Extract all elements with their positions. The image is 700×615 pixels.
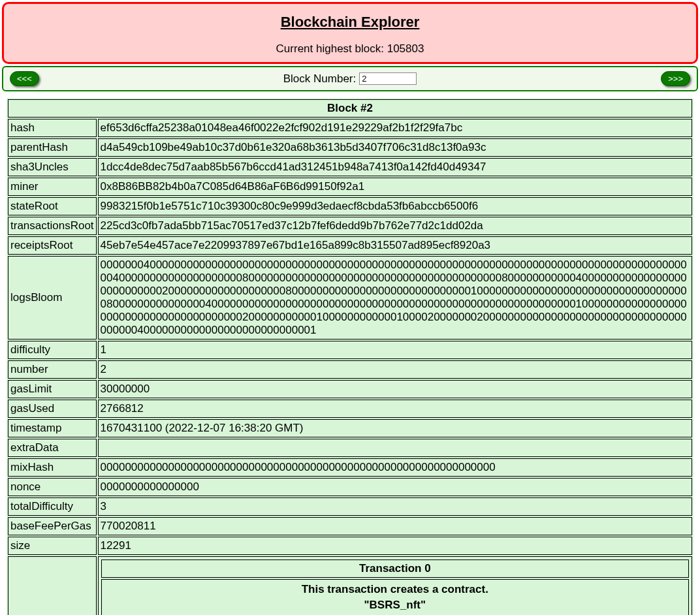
- field-key: gasLimit: [8, 380, 97, 398]
- table-row: difficulty1: [8, 341, 692, 359]
- block-number-label: Block Number:: [283, 72, 356, 86]
- table-row: sha3Uncles1dcc4de8dec75d7aab85b567b6ccd4…: [8, 158, 692, 176]
- transaction-table: Transaction 0This transaction creates a …: [100, 558, 690, 615]
- field-value: 30000000: [98, 380, 692, 398]
- contract-note: This transaction creates a contract."BSR…: [101, 579, 689, 615]
- field-value: 2766812: [98, 400, 692, 418]
- field-value: d4a549cb109be49ab10c37d0b61e320a68b3613b…: [98, 138, 692, 157]
- field-value: ef653d6cffa25238a01048ea46f0022e2fcf902d…: [98, 119, 692, 137]
- field-key: mixHash: [8, 458, 97, 477]
- table-row: nonce0000000000000000: [8, 478, 692, 496]
- table-row: stateRoot9983215f0b1e5751c710c39300c80c9…: [8, 197, 692, 215]
- field-key: gasUsed: [8, 400, 97, 418]
- field-value: 770020811: [98, 517, 692, 535]
- field-value: 45eb7e54e457ace7e2209937897e67bd1e165a89…: [98, 236, 692, 255]
- field-key: difficulty: [8, 341, 97, 359]
- table-row: totalDifficulty3: [8, 497, 692, 516]
- field-value: [98, 439, 692, 457]
- table-row: miner0x8B86BB82b4b0a7C085d64B86aF6B6d991…: [8, 178, 692, 196]
- prev-block-button[interactable]: <<<: [10, 71, 39, 86]
- highest-block-label: Current highest block: 105803: [10, 42, 690, 55]
- field-value: 0000000400000000000000000000000000000000…: [98, 256, 692, 339]
- field-key: totalDifficulty: [8, 497, 97, 516]
- table-row: Transaction 0This transaction creates a …: [8, 556, 692, 615]
- field-key: stateRoot: [8, 197, 97, 215]
- field-key: nonce: [8, 478, 97, 496]
- field-key: sha3Uncles: [8, 158, 97, 176]
- field-value: 9983215f0b1e5751c710c39300c80c9e999d3eda…: [98, 197, 692, 215]
- field-key: hash: [8, 119, 97, 137]
- field-key: number: [8, 360, 97, 379]
- table-row: mixHash000000000000000000000000000000000…: [8, 458, 692, 477]
- field-key: receiptsRoot: [8, 236, 97, 255]
- contract-note-line: This transaction creates a contract.: [105, 582, 685, 597]
- table-row: logsBloom0000000400000000000000000000000…: [8, 256, 692, 339]
- table-row: timestamp1670431100 (2022-12-07 16:38:20…: [8, 419, 692, 437]
- field-value: 0000000000000000000000000000000000000000…: [98, 458, 692, 477]
- field-value: 225cd3c0fb7ada5bb715ac70517ed37c12b7fef6…: [98, 217, 692, 235]
- transaction-cell: Transaction 0This transaction creates a …: [98, 556, 692, 615]
- block-table-title: Block #2: [8, 99, 692, 118]
- block-number-input[interactable]: [359, 72, 417, 85]
- table-row: parentHashd4a549cb109be49ab10c37d0b61e32…: [8, 138, 692, 157]
- field-value: 0000000000000000: [98, 478, 692, 496]
- page-title: Blockchain Explorer: [10, 14, 690, 31]
- transaction-title: Transaction 0: [101, 560, 689, 578]
- field-key: miner: [8, 178, 97, 196]
- table-row: size12291: [8, 537, 692, 555]
- table-row: receiptsRoot45eb7e54e457ace7e2209937897e…: [8, 236, 692, 255]
- field-key: size: [8, 537, 97, 555]
- field-key: parentHash: [8, 138, 97, 157]
- field-value: 12291: [98, 537, 692, 555]
- contract-note-line: Contract Address: 0x36A3d1182Cf6C15D93E4…: [105, 613, 685, 615]
- table-row: transactionsRoot225cd3c0fb7ada5bb715ac70…: [8, 217, 692, 235]
- contract-note-line: "BSRS_nft": [105, 597, 685, 613]
- table-row: hashef653d6cffa25238a01048ea46f0022e2fcf…: [8, 119, 692, 137]
- field-value: 1: [98, 341, 692, 359]
- table-row: extraData: [8, 439, 692, 457]
- field-key: extraData: [8, 439, 97, 457]
- field-key: [8, 556, 97, 615]
- field-value: 1670431100 (2022-12-07 16:38:20 GMT): [98, 419, 692, 437]
- block-nav-panel: <<< Block Number: >>>: [2, 66, 698, 91]
- field-key: transactionsRoot: [8, 217, 97, 235]
- table-row: number2: [8, 360, 692, 379]
- field-value: 0x8B86BB82b4b0a7C085d64B86aF6B6d99150f92…: [98, 178, 692, 196]
- field-value: 3: [98, 497, 692, 516]
- field-value: 1dcc4de8dec75d7aab85b567b6ccd41ad312451b…: [98, 158, 692, 176]
- field-key: baseFeePerGas: [8, 517, 97, 535]
- field-key: timestamp: [8, 419, 97, 437]
- table-row: baseFeePerGas770020811: [8, 517, 692, 535]
- block-number-control: Block Number:: [283, 72, 417, 86]
- field-key: logsBloom: [8, 256, 97, 339]
- block-details-table: Block #2 hashef653d6cffa25238a01048ea46f…: [7, 98, 693, 615]
- field-value: 2: [98, 360, 692, 379]
- header-panel: Blockchain Explorer Current highest bloc…: [2, 2, 698, 64]
- table-row: gasLimit30000000: [8, 380, 692, 398]
- table-row: gasUsed2766812: [8, 400, 692, 418]
- next-block-button[interactable]: >>>: [661, 71, 690, 86]
